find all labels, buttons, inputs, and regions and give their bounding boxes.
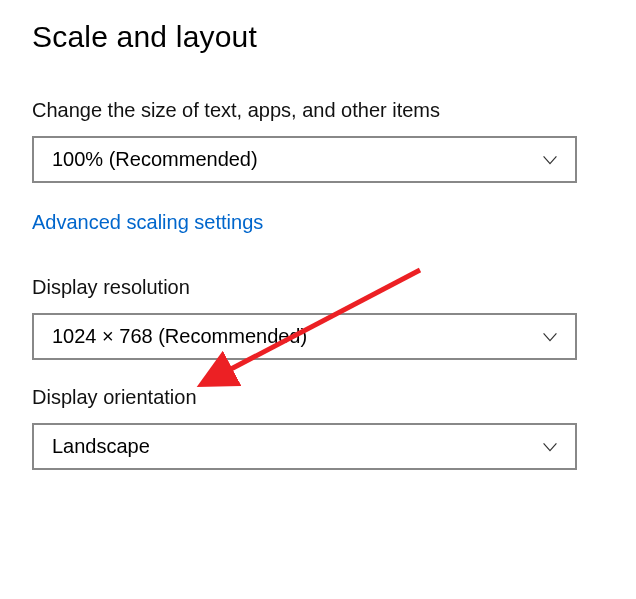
orientation-label: Display orientation [32, 386, 604, 409]
page-title: Scale and layout [32, 20, 604, 54]
orientation-dropdown[interactable]: Landscape [32, 423, 577, 470]
scale-selected-value: 100% (Recommended) [52, 148, 258, 171]
advanced-scaling-link[interactable]: Advanced scaling settings [32, 211, 263, 234]
resolution-dropdown[interactable]: 1024 × 768 (Recommended) [32, 313, 577, 360]
scale-label: Change the size of text, apps, and other… [32, 99, 604, 122]
resolution-selected-value: 1024 × 768 (Recommended) [52, 325, 307, 348]
chevron-down-icon [539, 149, 561, 171]
orientation-selected-value: Landscape [52, 435, 150, 458]
chevron-down-icon [539, 436, 561, 458]
chevron-down-icon [539, 326, 561, 348]
resolution-label: Display resolution [32, 276, 604, 299]
scale-dropdown[interactable]: 100% (Recommended) [32, 136, 577, 183]
